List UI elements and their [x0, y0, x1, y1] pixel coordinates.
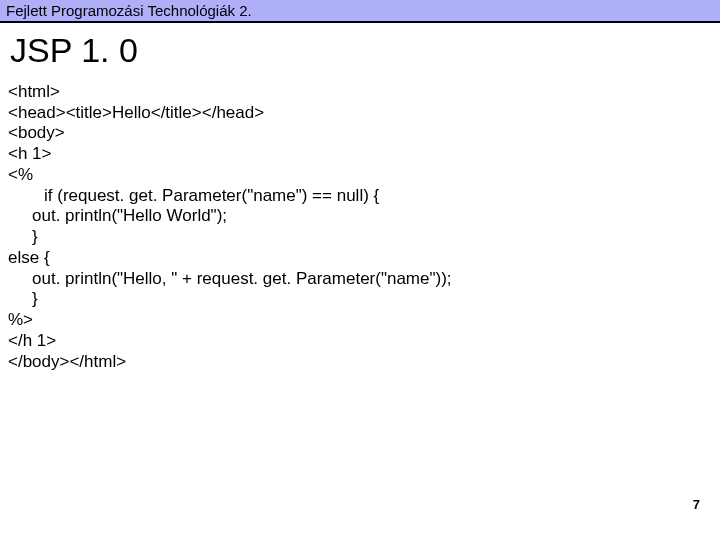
- code-line: }: [8, 227, 712, 248]
- code-line: out. println("Hello World");: [8, 206, 712, 227]
- header-bar: Fejlett Programozási Technológiák 2.: [0, 0, 720, 23]
- code-line: </h 1>: [8, 331, 712, 352]
- code-block: <html> <head><title>Hello</title></head>…: [0, 82, 720, 372]
- code-line: if (request. get. Parameter("name") == n…: [8, 186, 712, 207]
- code-line: <html>: [8, 82, 712, 103]
- code-line: else {: [8, 248, 712, 269]
- slide-title: JSP 1. 0: [0, 23, 720, 82]
- page-number: 7: [693, 497, 700, 512]
- code-line: }: [8, 289, 712, 310]
- code-line: </body></html>: [8, 352, 712, 373]
- code-line: out. println("Hello, " + request. get. P…: [8, 269, 712, 290]
- code-line: %>: [8, 310, 712, 331]
- code-line: <head><title>Hello</title></head>: [8, 103, 712, 124]
- code-line: <h 1>: [8, 144, 712, 165]
- course-title: Fejlett Programozási Technológiák 2.: [6, 2, 252, 19]
- code-line: <%: [8, 165, 712, 186]
- code-line: <body>: [8, 123, 712, 144]
